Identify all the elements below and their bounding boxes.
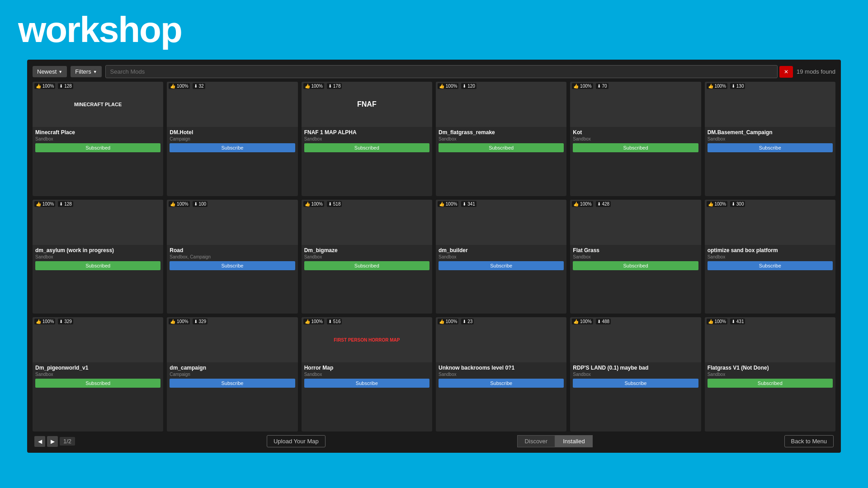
mod-card-6[interactable]: 👍 100% ⬇ 130 DM.Basement_Campaign Sandbo… — [705, 82, 835, 196]
subscribe-button[interactable]: Subscribed — [439, 143, 564, 152]
card-stats: 👍 100% ⬇ 431 — [707, 319, 745, 324]
card-title: FNAF 1 MAP ALPHA — [304, 129, 429, 136]
filter-dropdown[interactable]: Filters — [71, 66, 101, 77]
rating-stat: 👍 100% — [572, 201, 593, 207]
subscribe-button[interactable]: Subscribed — [304, 143, 429, 152]
subscribe-button[interactable]: Subscribe — [708, 143, 833, 152]
mod-card-2[interactable]: 👍 100% ⬇ 32 DM.Hotel Campaign Subscribe — [167, 82, 297, 196]
tab-installed[interactable]: Installed — [555, 435, 592, 447]
next-page-button[interactable]: ▶ — [47, 436, 58, 447]
card-thumbnail: 👍 100% ⬇ 32 — [167, 82, 297, 127]
mod-card-9[interactable]: 👍 100% ⬇ 518 Dm_bigmaze Sandbox Subscrib… — [302, 200, 432, 314]
card-category: Sandbox — [708, 254, 833, 259]
downloads-stat: ⬇ 329 — [193, 319, 208, 324]
sort-dropdown[interactable]: Newest — [33, 66, 67, 77]
rating-stat: 👍 100% — [572, 83, 593, 89]
mod-card-18[interactable]: 👍 100% ⬇ 431 Flatgrass V1 (Not Done) San… — [705, 317, 835, 432]
mod-card-8[interactable]: 👍 100% ⬇ 100 Road Sandbox, Campaign Subs… — [167, 200, 297, 314]
mod-card-12[interactable]: 👍 100% ⬇ 300 optimize sand box platform … — [705, 200, 835, 314]
card-stats: 👍 100% ⬇ 329 — [34, 319, 73, 324]
card-title: Unknow backrooms level 0?1 — [439, 365, 564, 371]
rating-stat: 👍 100% — [34, 83, 55, 89]
mod-card-1[interactable]: MINECRAFT PLACE 👍 100% ⬇ 128 Minecraft P… — [33, 82, 163, 196]
card-category: Sandbox — [708, 372, 833, 377]
mod-card-14[interactable]: 👍 100% ⬇ 329 dm_campaign Campaign Subscr… — [167, 317, 297, 432]
main-container: Newest Filters ✕ 19 mods found MINECRAFT… — [27, 60, 841, 453]
subscribe-button[interactable]: Subscribe — [708, 261, 833, 270]
page-header: workshop — [0, 0, 868, 55]
card-info: DM.Basement_Campaign Sandbox Subscribe — [705, 127, 835, 196]
downloads-stat: ⬇ 516 — [327, 319, 342, 324]
mod-card-13[interactable]: 👍 100% ⬇ 329 Dm_pigeonworld_v1 Sandbox S… — [33, 317, 163, 432]
mod-card-11[interactable]: 👍 100% ⬇ 428 Flat Grass Sandbox Subscrib… — [570, 200, 701, 314]
mod-card-16[interactable]: 👍 100% ⬇ 23 Unknow backrooms level 0?1 S… — [436, 317, 566, 432]
subscribe-button[interactable]: Subscribed — [35, 261, 160, 270]
subscribe-button[interactable]: Subscribed — [35, 379, 160, 388]
card-info: DM.Hotel Campaign Subscribe — [167, 127, 297, 196]
card-stats: 👍 100% ⬇ 128 — [34, 83, 73, 89]
card-category: Sandbox — [573, 136, 698, 141]
mod-card-5[interactable]: 👍 100% ⬇ 70 Kot Sandbox Subscribed — [570, 82, 701, 196]
mod-card-10[interactable]: 👍 100% ⬇ 341 dm_builder Sandbox Subscrib… — [436, 200, 566, 314]
card-category: Sandbox — [708, 136, 833, 141]
card-thumbnail: 👍 100% ⬇ 300 — [705, 200, 835, 245]
subscribe-button[interactable]: Subscribe — [439, 379, 564, 388]
card-thumbnail: 👍 100% ⬇ 100 — [167, 200, 297, 245]
card-title: dm_asylum (work in progress) — [35, 247, 160, 253]
subscribe-button[interactable]: Subscribed — [708, 379, 833, 388]
downloads-stat: ⬇ 178 — [327, 83, 342, 89]
rating-stat: 👍 100% — [707, 319, 727, 324]
subscribe-button[interactable]: Subscribe — [170, 261, 295, 270]
mod-card-15[interactable]: FIRST PERSON HORROR MAP 👍 100% ⬇ 516 Hor… — [302, 317, 432, 432]
card-info: dm_builder Sandbox Subscribe — [436, 245, 566, 314]
card-thumbnail: 👍 100% ⬇ 130 — [705, 82, 835, 127]
mod-card-4[interactable]: 👍 100% ⬇ 120 Dm_flatgrass_remake Sandbox… — [436, 82, 566, 196]
subscribe-button[interactable]: Subscribe — [304, 379, 429, 388]
card-category: Sandbox — [304, 136, 429, 141]
card-info: Kot Sandbox Subscribed — [570, 127, 701, 196]
rating-stat: 👍 100% — [572, 319, 593, 324]
upload-map-button[interactable]: Upload Your Map — [267, 435, 326, 447]
subscribe-button[interactable]: Subscribed — [304, 261, 429, 270]
card-category: Sandbox — [439, 136, 564, 141]
card-category: Sandbox — [573, 254, 698, 259]
card-stats: 👍 100% ⬇ 516 — [303, 319, 342, 324]
subscribe-button[interactable]: Subscribed — [573, 261, 698, 270]
back-to-menu-button[interactable]: Back to Menu — [784, 435, 834, 447]
mod-card-7[interactable]: 👍 100% ⬇ 128 dm_asylum (work in progress… — [33, 200, 163, 314]
card-title: RDP'S LAND (0.1) maybe bad — [573, 365, 698, 371]
rating-stat: 👍 100% — [707, 201, 727, 207]
tab-group: Discover Installed — [517, 435, 593, 447]
downloads-stat: ⬇ 32 — [193, 83, 205, 89]
subscribe-button[interactable]: Subscribe — [573, 379, 698, 388]
card-category: Sandbox — [439, 254, 564, 259]
card-stats: 👍 100% ⬇ 329 — [169, 319, 208, 324]
rating-stat: 👍 100% — [169, 83, 189, 89]
downloads-stat: ⬇ 488 — [596, 319, 611, 324]
card-title: Dm_pigeonworld_v1 — [35, 365, 160, 371]
card-thumbnail: 👍 100% ⬇ 128 — [33, 200, 163, 245]
card-thumbnail: 👍 100% ⬇ 329 — [33, 317, 163, 362]
search-clear-button[interactable]: ✕ — [779, 66, 793, 78]
tab-discover[interactable]: Discover — [517, 435, 556, 447]
rating-stat: 👍 100% — [303, 319, 324, 324]
mod-card-17[interactable]: 👍 100% ⬇ 488 RDP'S LAND (0.1) maybe bad … — [570, 317, 701, 432]
subscribe-button[interactable]: Subscribe — [439, 261, 564, 270]
search-input[interactable] — [105, 65, 778, 78]
card-stats: 👍 100% ⬇ 32 — [169, 83, 205, 89]
subscribe-button[interactable]: Subscribed — [35, 143, 160, 152]
rating-stat: 👍 100% — [169, 201, 189, 207]
card-info: Dm_bigmaze Sandbox Subscribed — [302, 245, 432, 314]
rating-stat: 👍 100% — [169, 319, 189, 324]
subscribe-button[interactable]: Subscribed — [573, 143, 698, 152]
page-indicator: 1/2 — [60, 437, 75, 446]
subscribe-button[interactable]: Subscribe — [170, 143, 295, 152]
card-thumbnail: 👍 100% ⬇ 431 — [705, 317, 835, 362]
mods-grid: MINECRAFT PLACE 👍 100% ⬇ 128 Minecraft P… — [33, 82, 835, 432]
subscribe-button[interactable]: Subscribe — [170, 379, 295, 388]
prev-page-button[interactable]: ◀ — [34, 436, 45, 447]
downloads-stat: ⬇ 128 — [58, 83, 73, 89]
mod-card-3[interactable]: FNAF 👍 100% ⬇ 178 FNAF 1 MAP ALPHA Sandb… — [302, 82, 432, 196]
downloads-stat: ⬇ 431 — [730, 319, 745, 324]
card-title: Flat Grass — [573, 247, 698, 253]
